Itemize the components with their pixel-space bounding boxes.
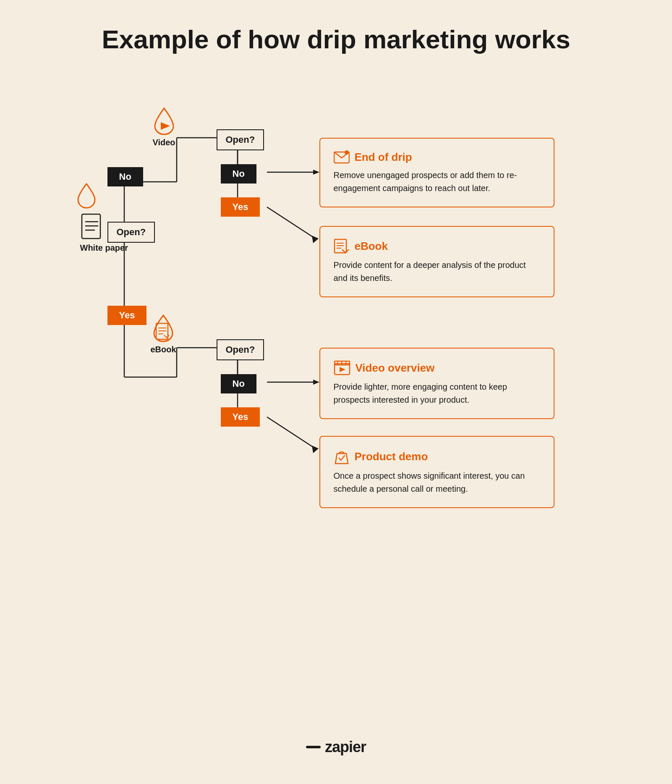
page-title: Example of how drip marketing works <box>102 25 570 54</box>
outcome-body-ebook: Provide content for a deeper analysis of… <box>334 259 540 285</box>
outcome-body-demo: Once a prospect shows significant intere… <box>334 469 540 496</box>
svg-marker-19 <box>313 380 319 385</box>
outcome-title-demo: Product demo <box>355 450 428 463</box>
svg-line-20 <box>267 417 315 448</box>
diagram: White paper Open? No Yes Video Open? No … <box>42 83 630 713</box>
video-node: Video <box>152 106 177 147</box>
yes-answer-2: Yes <box>221 197 260 217</box>
ebook-doc-icon <box>155 323 172 341</box>
outcome-header-ebook: eBook <box>334 239 540 254</box>
drop-icon-video <box>152 106 177 136</box>
svg-line-41 <box>345 361 346 365</box>
outcome-end-of-drip: End of drip Remove unengaged prospects o… <box>319 138 554 207</box>
yes-answer-1: Yes <box>107 306 147 325</box>
open-question-1: Open? <box>107 222 155 243</box>
zapier-logo: zapier <box>306 738 366 756</box>
svg-line-10 <box>267 207 315 239</box>
svg-marker-21 <box>312 446 319 453</box>
outcome-body-end-of-drip: Remove unengaged prospects or add them t… <box>334 169 540 195</box>
outcome-product-demo: Product demo Once a prospect shows signi… <box>319 436 554 508</box>
no-answer-3: No <box>221 374 256 393</box>
outcome-ebook: eBook Provide content for a deeper analy… <box>319 226 554 297</box>
outcome-title-end-of-drip: End of drip <box>355 151 412 164</box>
video-label: Video <box>152 137 177 147</box>
svg-point-32 <box>345 150 349 155</box>
outcome-header-demo: Product demo <box>334 448 540 464</box>
ebook-outcome-icon <box>334 239 350 254</box>
doc-icon-white-paper <box>80 213 103 241</box>
no-answer-2: No <box>221 164 256 184</box>
open-question-2: Open? <box>217 129 264 150</box>
open-question-3: Open? <box>217 339 264 360</box>
ebook-label: eBook <box>151 344 176 354</box>
yes-answer-3: Yes <box>221 407 260 427</box>
mail-icon <box>334 150 350 164</box>
logo-text: zapier <box>325 738 366 756</box>
bag-check-icon <box>334 448 350 464</box>
outcome-header-video: Video overview <box>334 360 540 375</box>
svg-marker-26 <box>161 122 170 130</box>
svg-marker-9 <box>313 170 319 175</box>
outcome-body-video: Provide lighter, more engaging content t… <box>334 380 540 406</box>
clapperboard-icon <box>334 360 350 375</box>
outcome-title-video: Video overview <box>356 362 435 375</box>
svg-line-40 <box>341 361 342 365</box>
outcome-video-overview: Video overview Provide lighter, more eng… <box>319 348 554 419</box>
svg-line-39 <box>337 361 338 365</box>
drop-icon-1 <box>76 182 97 209</box>
white-paper-label: White paper <box>80 243 128 253</box>
svg-marker-42 <box>340 367 345 372</box>
ebook-node: eBook <box>151 313 176 354</box>
outcome-title-ebook: eBook <box>355 240 388 253</box>
outcome-header-end-of-drip: End of drip <box>334 150 540 164</box>
logo-dash <box>306 746 321 748</box>
svg-marker-11 <box>312 236 319 243</box>
no-answer-1: No <box>107 167 143 186</box>
